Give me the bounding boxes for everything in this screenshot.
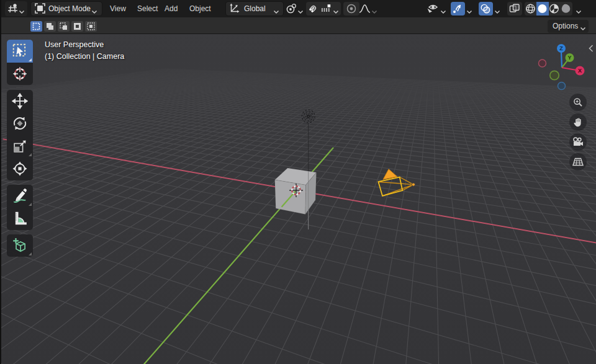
svg-text:X: X	[578, 68, 582, 74]
svg-text:Z: Z	[559, 45, 563, 51]
svg-text:Y: Y	[567, 55, 571, 61]
